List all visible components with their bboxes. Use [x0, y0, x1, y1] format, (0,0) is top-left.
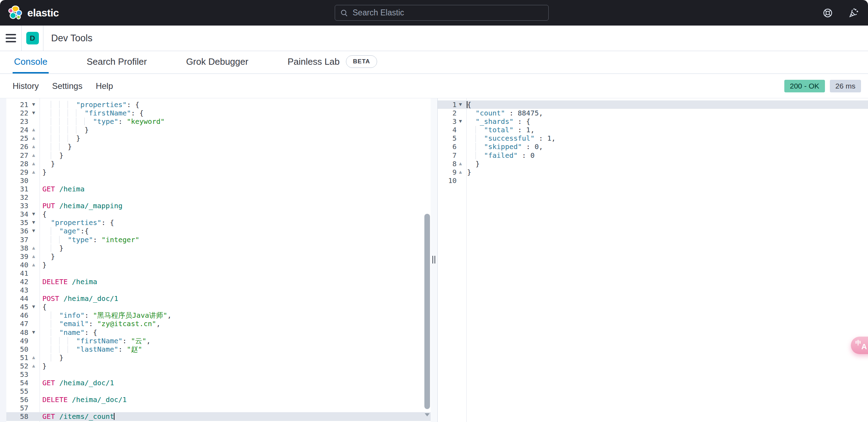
- code-line[interactable]: 21▼ "properties": {: [6, 100, 431, 109]
- fold-toggle-icon[interactable]: ▲: [457, 168, 464, 176]
- code-line[interactable]: 55: [6, 387, 431, 395]
- fold-toggle-icon[interactable]: ▼: [457, 100, 464, 109]
- code-line[interactable]: 50 "lastName": "赵": [6, 345, 431, 353]
- code-line[interactable]: 33PUT /heima/_mapping: [6, 202, 431, 210]
- menu-hamburger-icon[interactable]: [4, 32, 18, 44]
- fold-toggle-icon[interactable]: ▼: [30, 109, 37, 117]
- translate-floating-button[interactable]: 中 A: [851, 337, 868, 354]
- code-line[interactable]: 22▼ "firstName": {: [6, 109, 431, 117]
- tab-grok-debugger[interactable]: Grok Debugger: [185, 51, 250, 73]
- fold-toggle-icon[interactable]: ▼: [30, 218, 37, 227]
- code-line[interactable]: 49 "firstName": "云",: [6, 337, 431, 345]
- code-line[interactable]: 48▼ "name": {: [6, 328, 431, 337]
- dev-tools-app-badge[interactable]: D: [26, 32, 39, 44]
- code-line[interactable]: 23 "type": "keyword": [6, 117, 431, 126]
- fold-toggle-icon[interactable]: ▲: [30, 126, 37, 134]
- fold-toggle-icon[interactable]: ▲: [30, 244, 37, 252]
- fold-toggle-icon[interactable]: ▲: [30, 151, 37, 160]
- code-line[interactable]: 43: [6, 286, 431, 294]
- code-line[interactable]: 7 "failed" : 0: [438, 151, 868, 160]
- elastic-home-link[interactable]: elastic: [8, 0, 59, 26]
- fold-toggle-icon[interactable]: ▼: [30, 328, 37, 337]
- code-line[interactable]: 35▼ "properties": {: [6, 218, 431, 227]
- fold-toggle-icon[interactable]: ▲: [30, 261, 37, 269]
- code-line[interactable]: 25▲ }: [6, 134, 431, 142]
- code-line[interactable]: 38▲ }: [6, 244, 431, 252]
- code-text: {: [40, 303, 431, 311]
- fold-toggle-icon[interactable]: ▼: [30, 227, 37, 235]
- code-line[interactable]: 27▲ }: [6, 151, 431, 160]
- code-line[interactable]: 32: [6, 193, 431, 202]
- code-line[interactable]: 54GET /heima/_doc/1: [6, 379, 431, 387]
- code-line[interactable]: 5 "successful" : 1,: [438, 134, 868, 142]
- code-line[interactable]: 2 "count" : 88475,: [438, 109, 868, 117]
- code-line[interactable]: 57: [6, 404, 431, 412]
- fold-toggle-icon[interactable]: ▲: [30, 160, 37, 168]
- line-number: 25: [20, 134, 28, 142]
- dev-tools-tabs: ConsoleSearch ProfilerGrok DebuggerPainl…: [0, 51, 868, 74]
- line-number: 48: [20, 328, 28, 337]
- code-line[interactable]: 8▲ }: [438, 160, 868, 168]
- code-line[interactable]: 40▲}: [6, 261, 431, 269]
- code-line[interactable]: 6 "skipped" : 0,: [438, 142, 868, 151]
- code-line[interactable]: 3▼ "_shards" : {: [438, 117, 868, 126]
- menu-help[interactable]: Help: [96, 81, 113, 91]
- fold-toggle-icon[interactable]: ▲: [30, 362, 37, 370]
- help-icon[interactable]: [822, 8, 833, 18]
- code-line[interactable]: 56DELETE /heima/_doc/1: [6, 395, 431, 404]
- code-text: "lastName": "赵": [40, 345, 431, 353]
- tab-painless-lab[interactable]: Painless LabBETA: [286, 51, 379, 73]
- fold-toggle-icon[interactable]: ▲: [30, 252, 37, 261]
- fold-toggle-icon[interactable]: ▲: [457, 160, 464, 168]
- global-search-input[interactable]: [353, 8, 543, 17]
- fold-toggle-icon[interactable]: ▲: [30, 168, 37, 176]
- code-line[interactable]: 45▼{: [6, 303, 431, 311]
- tab-console[interactable]: Console: [13, 51, 49, 73]
- global-search-box[interactable]: [335, 5, 549, 21]
- code-text: [40, 286, 431, 294]
- code-line[interactable]: 47 "email": "zy@itcast.cn",: [6, 319, 431, 328]
- line-number: 2: [452, 109, 457, 117]
- code-line[interactable]: 44POST /heima/_doc/1: [6, 294, 431, 303]
- fold-toggle-icon[interactable]: ▲: [30, 134, 37, 142]
- fold-toggle-icon[interactable]: ▲: [30, 142, 37, 151]
- fold-toggle-icon[interactable]: ▲: [30, 353, 37, 362]
- code-line[interactable]: 1▼{: [438, 100, 868, 109]
- fold-toggle-icon[interactable]: ▼: [457, 117, 464, 126]
- code-line[interactable]: 4 "total" : 1,: [438, 126, 868, 134]
- code-line[interactable]: 30: [6, 176, 431, 185]
- menu-history[interactable]: History: [13, 81, 39, 91]
- request-editor[interactable]: 21▼ "properties": {22▼ "firstName": {23 …: [6, 98, 431, 422]
- menu-settings[interactable]: Settings: [52, 81, 83, 91]
- scroll-down-arrow-icon[interactable]: [425, 413, 430, 416]
- fold-toggle-icon[interactable]: ▼: [30, 100, 37, 109]
- tab-label: Search Profiler: [86, 56, 147, 67]
- line-number: 9: [452, 168, 457, 176]
- code-line[interactable]: 34▼{: [6, 210, 431, 218]
- code-line[interactable]: 24▲ }: [6, 126, 431, 134]
- code-line[interactable]: 10: [438, 176, 868, 185]
- code-line[interactable]: 52▲}: [6, 362, 431, 370]
- code-line[interactable]: 51▲ }: [6, 353, 431, 362]
- cheer-icon[interactable]: [848, 8, 859, 18]
- code-line[interactable]: 26▲ }: [6, 142, 431, 151]
- tab-search-profiler[interactable]: Search Profiler: [85, 51, 148, 73]
- code-line[interactable]: 36▼ "age":{: [6, 227, 431, 235]
- code-line[interactable]: 53: [6, 370, 431, 379]
- fold-toggle-icon[interactable]: ▼: [30, 210, 37, 218]
- panel-resize-handle[interactable]: [431, 98, 437, 422]
- code-line[interactable]: 46 "info": "黑马程序员Java讲师",: [6, 311, 431, 319]
- request-editor-scrollbar[interactable]: [424, 214, 430, 409]
- code-line[interactable]: 28▲ }: [6, 160, 431, 168]
- line-number-gutter: 50: [6, 345, 40, 353]
- code-line[interactable]: 9▲}: [438, 168, 868, 176]
- code-line[interactable]: 29▲}: [6, 168, 431, 176]
- code-line[interactable]: 42DELETE /heima: [6, 277, 431, 286]
- code-line[interactable]: 39▲ }: [6, 252, 431, 261]
- code-line[interactable]: 41: [6, 269, 431, 277]
- code-line[interactable]: 37 "type": "integer": [6, 235, 431, 244]
- code-line[interactable]: 31GET /heima: [6, 185, 431, 193]
- response-editor[interactable]: 1▼{2 "count" : 88475,3▼ "_shards" : {4 "…: [438, 98, 868, 422]
- fold-toggle-icon[interactable]: ▼: [30, 303, 37, 311]
- code-line[interactable]: 58GET /items/_count: [6, 412, 431, 421]
